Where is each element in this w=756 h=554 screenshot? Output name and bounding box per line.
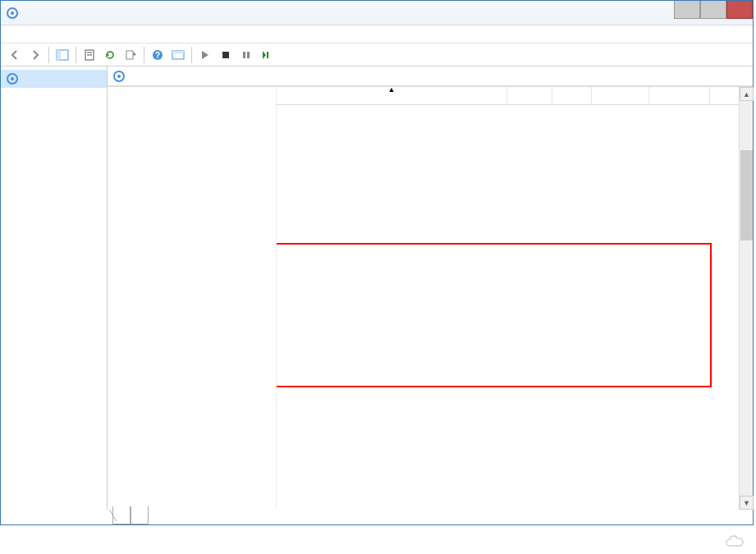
svg-rect-15 [267,52,268,58]
pause-service-button[interactable] [237,46,255,64]
maximize-button[interactable] [700,1,726,19]
menu-action[interactable] [21,33,34,36]
column-name[interactable]: ▲ [277,87,507,104]
list-header: ▲ [277,87,753,105]
back-button[interactable] [6,46,24,64]
svg-point-1 [11,11,14,15]
help-button[interactable]: ? [149,46,167,64]
stop-service-button[interactable] [217,46,235,64]
tab-standard[interactable] [131,506,149,524]
sort-asc-icon: ▲ [388,85,396,94]
svg-point-17 [11,77,14,80]
start-service-button[interactable] [196,46,214,64]
svg-rect-12 [222,52,229,58]
toolbar: ? [1,43,753,66]
svg-text:?: ? [155,51,160,60]
column-description[interactable] [507,87,552,104]
menu-help[interactable] [47,33,60,36]
services-window: ? [0,0,754,525]
tab-extended[interactable] [112,506,131,524]
scroll-up-button[interactable]: ▲ [740,87,754,101]
close-button[interactable] [726,1,753,19]
service-list: ▲ ▲ ▼ [276,87,753,510]
tree-pane [1,66,108,510]
right-header [108,66,753,86]
menu-file[interactable] [7,33,21,36]
view-tabs [112,506,149,524]
gear-icon [6,72,19,85]
properties-button[interactable] [80,46,99,64]
svg-point-19 [117,75,121,78]
services-icon [6,7,19,20]
restart-service-button[interactable] [258,46,276,64]
cloud-icon [725,534,745,549]
gear-icon [112,70,126,83]
svg-rect-14 [247,52,250,58]
svg-rect-11 [172,51,184,53]
detail-pane [108,87,276,510]
red-highlight-annotation [277,243,712,387]
vertical-scrollbar[interactable]: ▲ ▼ [739,87,753,510]
console-button[interactable] [169,46,187,64]
minimize-button[interactable] [674,1,700,19]
column-logon[interactable] [649,87,710,104]
refresh-button[interactable] [101,46,119,64]
content-area: ▲ ▲ ▼ [1,66,753,510]
menu-view[interactable] [34,33,47,36]
export-button[interactable] [121,46,140,64]
titlebar[interactable] [1,1,753,25]
watermark [725,534,748,549]
scroll-down-button[interactable]: ▼ [740,496,754,510]
menubar [1,25,753,43]
scroll-thumb[interactable] [740,150,753,240]
column-status[interactable] [552,87,592,104]
forward-button[interactable] [26,46,44,64]
svg-rect-13 [243,52,245,58]
show-hide-tree-button[interactable] [53,46,71,64]
column-startup[interactable] [592,87,649,104]
tree-root-services-local[interactable] [1,70,107,88]
list-body[interactable] [277,105,753,510]
right-pane: ▲ ▲ ▼ [108,66,753,510]
right-body: ▲ ▲ ▼ [108,86,753,510]
svg-rect-3 [57,50,61,60]
svg-rect-7 [126,51,133,59]
